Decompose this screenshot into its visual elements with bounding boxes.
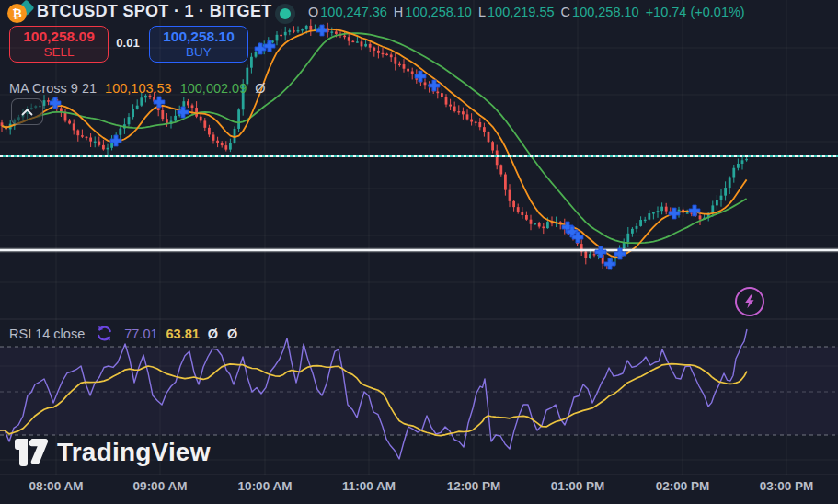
symbol-title[interactable]: BTCUSDT SPOT · 1 · BITGET xyxy=(37,2,272,21)
close-label: C xyxy=(561,5,570,19)
sell-price: 100,258.09 xyxy=(23,29,95,45)
quick-trade-button[interactable] xyxy=(735,287,764,316)
sell-label: SELL xyxy=(43,45,74,60)
time-tick: 01:00 PM xyxy=(551,479,605,493)
rsi-extra-values: Ø Ø xyxy=(208,326,241,341)
time-tick: 09:00 AM xyxy=(133,479,188,493)
ma-slow-value: 100,002.09 xyxy=(180,81,247,96)
tradingview-brand-text: TradingView xyxy=(57,438,211,467)
ohlc-row: O 100,247.36 H 100,258.10 L 100,219.55 C… xyxy=(308,5,745,19)
collapse-panel-button[interactable] xyxy=(11,98,43,125)
high-label: H xyxy=(394,5,403,19)
rsi-label: RSI 14 close xyxy=(9,326,85,341)
chevron-up-icon xyxy=(21,109,33,116)
low-value: 100,219.55 xyxy=(488,5,555,19)
market-status-dot[interactable] xyxy=(275,4,295,24)
change-value: +10.74 (+0.01%) xyxy=(646,5,745,19)
buy-price: 100,258.10 xyxy=(163,29,235,45)
tradingview-watermark[interactable]: TradingView xyxy=(15,438,211,467)
trading-chart-window: ₿ BTCUSDT SPOT · 1 · BITGET O 100,247.36… xyxy=(0,0,838,504)
time-tick: 10:00 AM xyxy=(238,479,293,493)
rsi-ma-value: 63.81 xyxy=(166,326,200,341)
bitcoin-icon: ₿ xyxy=(7,4,27,23)
lightning-bolt-icon xyxy=(744,294,755,309)
high-value: 100,258.10 xyxy=(405,5,472,19)
spread-value: 0.01 xyxy=(108,36,148,50)
sell-button[interactable]: 100,258.09 SELL xyxy=(9,26,109,63)
time-tick: 08:00 AM xyxy=(29,479,84,493)
ma-cross-extra-value: Ø xyxy=(255,81,265,96)
rsi-legend[interactable]: RSI 14 close 77.01 63.81 Ø Ø xyxy=(9,324,240,343)
refresh-icon[interactable] xyxy=(95,324,114,343)
buy-label: BUY xyxy=(186,45,212,60)
time-tick: 03:00 PM xyxy=(760,479,814,493)
tradingview-logo-icon xyxy=(15,439,48,466)
open-value: 100,247.36 xyxy=(320,5,387,19)
close-value: 100,258.10 xyxy=(572,5,639,19)
ma-cross-legend[interactable]: MA Cross 9 21 100,103.53 100,002.09 Ø xyxy=(9,81,266,96)
status-dot-inner xyxy=(280,8,291,19)
ma-cross-label: MA Cross 9 21 xyxy=(9,81,97,96)
low-label: L xyxy=(478,5,486,19)
time-tick: 12:00 PM xyxy=(447,479,501,493)
time-tick: 02:00 PM xyxy=(656,479,710,493)
buy-button[interactable]: 100,258.10 BUY xyxy=(149,26,248,63)
open-label: O xyxy=(308,5,318,19)
ma-fast-value: 100,103.53 xyxy=(105,81,172,96)
symbol-logo: ₿ xyxy=(7,3,35,25)
chart-canvas[interactable] xyxy=(0,0,838,504)
rsi-value: 77.01 xyxy=(124,326,157,341)
time-tick: 11:00 AM xyxy=(342,479,396,493)
